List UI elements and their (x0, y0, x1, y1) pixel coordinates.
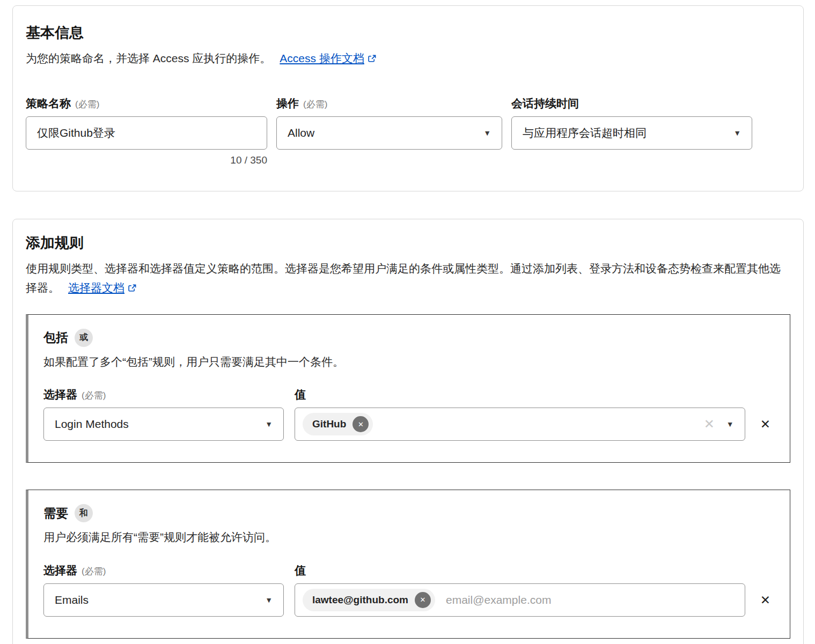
policy-name-field: 策略名称 (必需) 10 / 350 (26, 96, 267, 166)
require-selector-required-hint: (必需) (82, 565, 106, 578)
include-selector-select-value: Login Methods (55, 418, 129, 431)
include-rule-box: 包括 或 如果配置了多个“包括”规则，用户只需要满足其中一个条件。 选择器 (必… (26, 314, 790, 463)
external-link-icon (128, 279, 137, 298)
basic-info-title: 基本信息 (26, 24, 790, 41)
close-icon: ✕ (760, 593, 770, 607)
action-field: 操作 (必需) Allow ▼ (276, 96, 502, 166)
require-value-multiselect[interactable]: lawtee@github.com ✕ (295, 583, 745, 617)
require-rule-box: 需要 和 用户必须满足所有“需要”规则才能被允许访问。 选择器 (必需) Ema… (26, 490, 790, 639)
value-tag: GitHub ✕ (303, 413, 373, 435)
external-link-icon (368, 50, 377, 69)
selector-docs-link-label: 选择器文档 (68, 282, 124, 294)
or-badge: 或 (75, 329, 93, 347)
remove-include-rule-button[interactable]: ✕ (760, 418, 770, 431)
action-label: 操作 (276, 96, 299, 111)
require-selector-label-row: 选择器 (必需) (43, 563, 284, 579)
policy-name-required-hint: (必需) (75, 98, 99, 110)
include-rule-header: 包括 或 (43, 329, 775, 347)
access-policy-page: 基本信息 为您的策略命名，并选择 Access 应执行的操作。Access 操作… (0, 0, 815, 644)
include-selector-required-hint: (必需) (82, 389, 106, 402)
close-icon: ✕ (420, 596, 426, 603)
access-docs-link-label: Access 操作文档 (280, 52, 364, 64)
require-selector-select-value: Emails (55, 594, 89, 606)
require-value-field: 值 lawtee@github.com ✕ (295, 563, 745, 617)
require-selector-field: 选择器 (必需) Emails ▼ (43, 563, 284, 617)
value-tag-label: GitHub (312, 418, 346, 430)
value-tag-label: lawtee@github.com (312, 594, 408, 606)
session-duration-label-row: 会话持续时间 (511, 96, 752, 112)
session-duration-select-value: 与应用程序会话超时相同 (523, 125, 647, 140)
include-value-field: 值 GitHub ✕ ✕ ▼ (295, 387, 745, 441)
add-rules-card: 添加规则 使用规则类型、选择器和选择器值定义策略的范围。选择器是您希望用户满足的… (12, 219, 804, 644)
policy-name-input[interactable] (26, 116, 267, 150)
policy-name-label-row: 策略名称 (必需) (26, 96, 267, 112)
require-rule-description: 用户必须满足所有“需要”规则才能被允许访问。 (43, 529, 775, 546)
include-selector-field: 选择器 (必需) Login Methods ▼ (43, 387, 284, 441)
remove-require-rule-button[interactable]: ✕ (760, 594, 770, 606)
include-value-label-row: 值 (295, 387, 745, 403)
and-badge: 和 (75, 504, 93, 522)
remove-tag-button[interactable]: ✕ (415, 592, 431, 608)
include-selector-select[interactable]: Login Methods ▼ (43, 408, 284, 441)
chevron-down-icon: ▼ (733, 129, 741, 137)
add-rules-description-text: 使用规则类型、选择器和选择器值定义策略的范围。选择器是您希望用户满足的条件或属性… (26, 262, 781, 293)
chevron-down-icon: ▼ (265, 420, 273, 428)
require-rule-fields-row: 选择器 (必需) Emails ▼ 值 lawtee@github.com (43, 563, 775, 617)
chevron-down-icon: ▼ (726, 420, 734, 428)
access-docs-link[interactable]: Access 操作文档 (280, 52, 377, 64)
chevron-down-icon: ▼ (265, 596, 273, 604)
action-select-value: Allow (288, 127, 314, 139)
require-rule-title: 需要 (43, 505, 68, 522)
require-rule-header: 需要 和 (43, 504, 775, 522)
session-duration-field: 会话持续时间 与应用程序会话超时相同 ▼ (511, 96, 752, 166)
require-selector-label: 选择器 (43, 563, 77, 578)
basic-info-fields-row: 策略名称 (必需) 10 / 350 操作 (必需) Allow ▼ 会话持续 (26, 96, 790, 166)
clear-values-icon[interactable]: ✕ (704, 418, 715, 431)
chevron-down-icon: ▼ (483, 129, 491, 137)
add-rules-title: 添加规则 (26, 234, 790, 251)
add-rules-description: 使用规则类型、选择器和选择器值定义策略的范围。选择器是您希望用户满足的条件或属性… (26, 259, 790, 298)
policy-name-label: 策略名称 (26, 96, 71, 111)
include-value-label: 值 (295, 387, 306, 402)
action-required-hint: (必需) (303, 98, 327, 110)
include-rule-description: 如果配置了多个“包括”规则，用户只需要满足其中一个条件。 (43, 353, 775, 371)
value-tag: lawtee@github.com ✕ (303, 589, 435, 611)
selector-docs-link[interactable]: 选择器文档 (68, 282, 137, 294)
email-value-input[interactable] (445, 593, 734, 607)
basic-info-card: 基本信息 为您的策略命名，并选择 Access 应执行的操作。Access 操作… (12, 5, 804, 191)
basic-info-description-text: 为您的策略命名，并选择 Access 应执行的操作。 (26, 52, 271, 64)
remove-tag-button[interactable]: ✕ (353, 416, 369, 432)
action-select[interactable]: Allow ▼ (276, 116, 502, 150)
session-duration-label: 会话持续时间 (511, 96, 579, 111)
include-rule-title: 包括 (43, 329, 68, 346)
session-duration-select[interactable]: 与应用程序会话超时相同 ▼ (511, 116, 752, 150)
policy-name-counter: 10 / 350 (26, 154, 267, 166)
require-selector-select[interactable]: Emails ▼ (43, 583, 284, 617)
basic-info-description: 为您的策略命名，并选择 Access 应执行的操作。Access 操作文档 (26, 49, 790, 69)
require-value-label-row: 值 (295, 563, 745, 579)
include-value-multiselect[interactable]: GitHub ✕ ✕ ▼ (295, 408, 745, 441)
include-rule-fields-row: 选择器 (必需) Login Methods ▼ 值 GitHub (43, 387, 775, 441)
require-value-label: 值 (295, 563, 306, 578)
include-selector-label: 选择器 (43, 387, 77, 402)
include-selector-label-row: 选择器 (必需) (43, 387, 284, 403)
action-label-row: 操作 (必需) (276, 96, 502, 112)
close-icon: ✕ (760, 417, 770, 431)
close-icon: ✕ (358, 421, 364, 428)
